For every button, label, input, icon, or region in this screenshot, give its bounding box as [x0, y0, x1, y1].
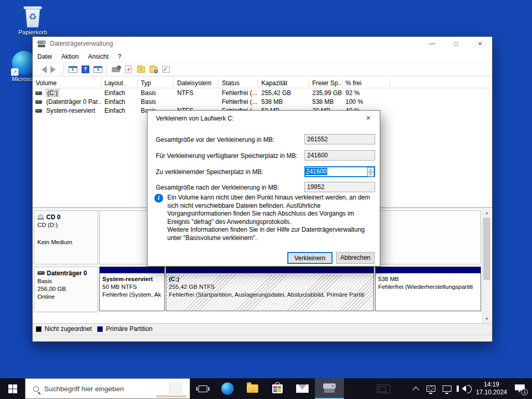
menu-help[interactable]: ?: [113, 50, 126, 63]
file-explorer-button[interactable]: [240, 378, 265, 399]
shrink-amount-spinner[interactable]: 241600 ▲ ▼: [304, 166, 375, 177]
table-row[interactable]: (C:) Einfach Basis NTFS Fehlerfrei (... …: [33, 89, 492, 98]
news-flyout-icon[interactable]: [377, 384, 390, 393]
hidden-icons-chevron[interactable]: [415, 387, 419, 391]
legend-label-primary: Primäre Partition: [106, 325, 152, 332]
partition-system-reserved[interactable]: System-reserviert 50 MB NTFS Fehlerfrei …: [99, 267, 165, 311]
scrollbar-thumb[interactable]: [483, 218, 490, 280]
explore-icon[interactable]: [148, 65, 158, 74]
disk-management-icon: [323, 383, 336, 393]
menu-datei[interactable]: Datei: [33, 50, 57, 63]
field-label-total-before: Gesamtgröße vor der Verkleinerung in MB:: [156, 136, 307, 143]
taskbar-clock[interactable]: 14:19 17.10.2024: [476, 381, 507, 396]
forward-icon[interactable]: [49, 65, 60, 74]
task-view-icon: [198, 385, 207, 392]
task-list-icon[interactable]: ✓: [161, 65, 171, 74]
toolbar: ? ✓ ↑ ✓: [33, 63, 492, 76]
disk-management-taskbar-button[interactable]: [315, 378, 344, 399]
connect-display-icon[interactable]: [427, 385, 435, 392]
cancel-button[interactable]: Abbrechen: [336, 252, 375, 264]
action-center-icon[interactable]: 1: [515, 384, 525, 393]
partition-c[interactable]: (C:) 255,42 GB NTFS Fehlerfrei (Startpar…: [166, 267, 374, 311]
col-volume[interactable]: Volume: [33, 78, 101, 88]
action-pane-icon[interactable]: [92, 65, 103, 74]
network-icon[interactable]: [443, 385, 451, 392]
extend-volume-icon[interactable]: ↑: [136, 65, 146, 74]
menu-ansicht[interactable]: Ansicht: [83, 50, 113, 63]
partition-recovery[interactable]: 538 MB Fehlerfrei (Wiederherstellungspar…: [375, 267, 481, 311]
field-label-total-after: Gesamtgröße nach der Verkleinerung in MB…: [156, 184, 307, 191]
help-icon[interactable]: ?: [80, 65, 90, 74]
col-typ[interactable]: Typ: [138, 78, 174, 88]
minimize-button[interactable]: —: [420, 37, 444, 50]
desktop-icon-recycle-bin[interactable]: ♻ Papierkorb: [10, 4, 56, 35]
vertical-scrollbar[interactable]: ▲ ▼: [482, 209, 490, 323]
menu-aktion[interactable]: Aktion: [57, 50, 83, 63]
desktop: ♻ Papierkorb ↗ Microsoft Datenträgerverw…: [0, 0, 532, 399]
legend-bar: Nicht zugeordnet Primäre Partition: [33, 323, 492, 335]
file-explorer-icon: [247, 384, 258, 393]
close-button[interactable]: ×: [468, 37, 492, 50]
col-layout[interactable]: Layout: [101, 78, 138, 88]
scroll-up-arrow[interactable]: ▲: [483, 209, 491, 217]
disk0-region: System-reserviert 50 MB NTFS Fehlerfrei …: [99, 267, 481, 312]
store-icon: [272, 384, 283, 393]
windows-logo-icon: [8, 384, 17, 393]
partition-color-strip: [166, 267, 374, 274]
edge-icon: [221, 382, 234, 395]
col-filler: [390, 78, 492, 88]
maximize-button[interactable]: □: [444, 37, 468, 50]
notification-badge: 1: [521, 389, 528, 395]
table-row[interactable]: (Datenträger 0 Par... Einfach Basis Fehl…: [33, 98, 492, 107]
cd-drive-label-cell[interactable]: CD 0 CD (D:) Kein Medium: [34, 210, 98, 264]
spin-down-icon[interactable]: ▼: [367, 172, 374, 177]
field-total-before: 261552: [304, 134, 375, 144]
shrink-amount-input[interactable]: 241600: [305, 167, 367, 176]
volume-icon: [35, 109, 42, 113]
spin-up-icon[interactable]: ▲: [367, 167, 374, 172]
col-dateisystem[interactable]: Dateisystem: [174, 78, 219, 88]
dialog-info-text: Ein Volume kann nicht über den Punkt hin…: [167, 194, 375, 226]
taskbar: Suchbegriff hier eingeben 14:19 17.10.20…: [0, 378, 532, 399]
clock-time: 14:19: [476, 381, 507, 389]
menu-bar: Datei Aktion Ansicht ?: [33, 50, 492, 63]
magnifier-icon: [154, 70, 158, 73]
dialog-close-icon[interactable]: ×: [363, 113, 374, 122]
toolbar-separator: [63, 65, 64, 74]
scroll-down-arrow[interactable]: ▼: [483, 315, 491, 323]
recycle-bin-icon: ♻: [22, 4, 44, 28]
window-bottom-strip: [33, 335, 492, 341]
back-icon[interactable]: [37, 65, 47, 74]
properties-icon[interactable]: ✓: [123, 65, 134, 74]
search-icon: [33, 386, 39, 392]
title-bar[interactable]: Datenträgerverwaltung — □ ×: [33, 37, 492, 50]
store-button[interactable]: [265, 378, 290, 399]
shortcut-arrow-icon: ↗: [11, 68, 19, 76]
edge-taskbar-button[interactable]: [215, 378, 240, 399]
start-button[interactable]: [0, 378, 25, 399]
partition-color-strip: [100, 267, 164, 274]
rescan-disks-icon[interactable]: [111, 65, 121, 74]
field-label-available: Für Verkleinerung verfügbarer Speicherpl…: [156, 152, 307, 159]
col-prozent-frei[interactable]: % frei: [342, 78, 390, 88]
volume-icon[interactable]: [459, 385, 468, 392]
table-header: Volume Layout Typ Dateisystem Status Kap…: [33, 78, 492, 88]
toolbar-separator: [107, 65, 107, 74]
taskbar-search[interactable]: Suchbegriff hier eingeben: [25, 378, 190, 399]
field-label-shrink-amount: Zu verkleinernder Speicherplatz in MB:: [156, 168, 307, 176]
col-kapazitaet[interactable]: Kapazität: [258, 78, 309, 88]
legend-swatch-unallocated: [36, 326, 42, 332]
console-tree-icon[interactable]: [68, 65, 78, 74]
search-placeholder: Suchbegriff hier eingeben: [44, 385, 124, 393]
shrink-dialog: Verkleinern von Laufwerk C: × Gesamtgröß…: [147, 110, 380, 267]
shrink-button[interactable]: Verkleinern: [287, 252, 332, 264]
volume-icon: [35, 91, 42, 95]
task-view-button[interactable]: [190, 378, 215, 399]
info-icon: i: [154, 194, 163, 203]
col-freier-sp[interactable]: Freier Sp...: [309, 78, 342, 88]
col-status[interactable]: Status: [219, 78, 258, 88]
recycle-bin-label: Papierkorb: [10, 29, 56, 35]
mail-button[interactable]: [290, 378, 315, 399]
dialog-title-bar[interactable]: Verkleinern von Laufwerk C: ×: [148, 111, 380, 126]
disk0-label-cell[interactable]: Datenträger 0 Basis 256,00 GB Online: [34, 267, 98, 312]
